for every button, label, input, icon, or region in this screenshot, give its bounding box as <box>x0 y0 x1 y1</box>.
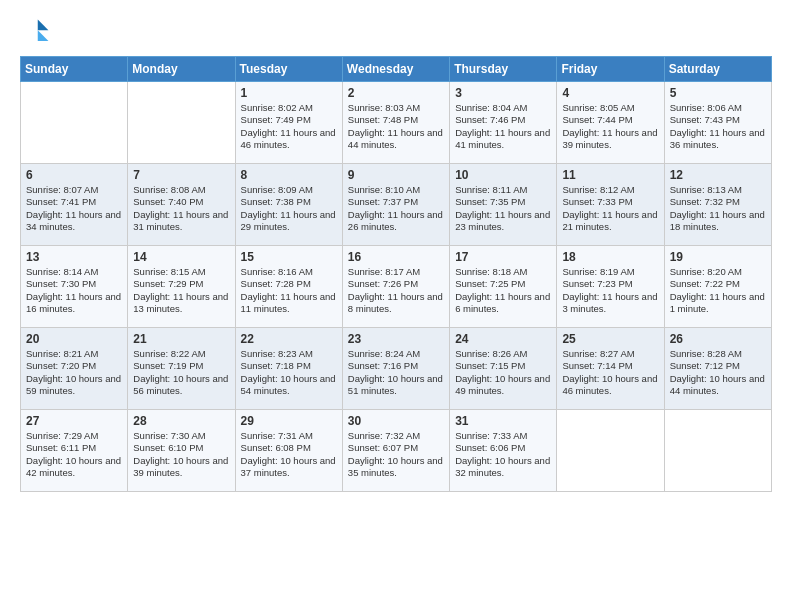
calendar-cell: 16Sunrise: 8:17 AM Sunset: 7:26 PM Dayli… <box>342 246 449 328</box>
cell-text: Sunrise: 8:17 AM Sunset: 7:26 PM Dayligh… <box>348 266 444 315</box>
calendar-cell: 17Sunrise: 8:18 AM Sunset: 7:25 PM Dayli… <box>450 246 557 328</box>
day-number: 2 <box>348 86 444 100</box>
weekday-header-thursday: Thursday <box>450 57 557 82</box>
weekday-header-saturday: Saturday <box>664 57 771 82</box>
day-number: 27 <box>26 414 122 428</box>
week-row-3: 20Sunrise: 8:21 AM Sunset: 7:20 PM Dayli… <box>21 328 772 410</box>
day-number: 7 <box>133 168 229 182</box>
week-row-4: 27Sunrise: 7:29 AM Sunset: 6:11 PM Dayli… <box>21 410 772 492</box>
day-number: 1 <box>241 86 337 100</box>
day-number: 13 <box>26 250 122 264</box>
weekday-row: SundayMondayTuesdayWednesdayThursdayFrid… <box>21 57 772 82</box>
cell-text: Sunrise: 8:04 AM Sunset: 7:46 PM Dayligh… <box>455 102 551 151</box>
calendar-cell: 14Sunrise: 8:15 AM Sunset: 7:29 PM Dayli… <box>128 246 235 328</box>
calendar-cell: 4Sunrise: 8:05 AM Sunset: 7:44 PM Daylig… <box>557 82 664 164</box>
svg-marker-1 <box>38 30 49 41</box>
logo-icon <box>20 16 52 48</box>
calendar-cell: 9Sunrise: 8:10 AM Sunset: 7:37 PM Daylig… <box>342 164 449 246</box>
calendar-body: 1Sunrise: 8:02 AM Sunset: 7:49 PM Daylig… <box>21 82 772 492</box>
day-number: 18 <box>562 250 658 264</box>
cell-text: Sunrise: 7:29 AM Sunset: 6:11 PM Dayligh… <box>26 430 122 479</box>
cell-text: Sunrise: 8:22 AM Sunset: 7:19 PM Dayligh… <box>133 348 229 397</box>
day-number: 12 <box>670 168 766 182</box>
calendar-cell: 25Sunrise: 8:27 AM Sunset: 7:14 PM Dayli… <box>557 328 664 410</box>
day-number: 24 <box>455 332 551 346</box>
svg-marker-0 <box>38 20 49 31</box>
day-number: 25 <box>562 332 658 346</box>
week-row-2: 13Sunrise: 8:14 AM Sunset: 7:30 PM Dayli… <box>21 246 772 328</box>
cell-text: Sunrise: 8:05 AM Sunset: 7:44 PM Dayligh… <box>562 102 658 151</box>
calendar-cell: 20Sunrise: 8:21 AM Sunset: 7:20 PM Dayli… <box>21 328 128 410</box>
day-number: 4 <box>562 86 658 100</box>
calendar-cell: 15Sunrise: 8:16 AM Sunset: 7:28 PM Dayli… <box>235 246 342 328</box>
calendar-header: SundayMondayTuesdayWednesdayThursdayFrid… <box>21 57 772 82</box>
cell-text: Sunrise: 8:21 AM Sunset: 7:20 PM Dayligh… <box>26 348 122 397</box>
calendar-cell: 5Sunrise: 8:06 AM Sunset: 7:43 PM Daylig… <box>664 82 771 164</box>
cell-text: Sunrise: 8:20 AM Sunset: 7:22 PM Dayligh… <box>670 266 766 315</box>
cell-text: Sunrise: 8:06 AM Sunset: 7:43 PM Dayligh… <box>670 102 766 151</box>
day-number: 15 <box>241 250 337 264</box>
day-number: 30 <box>348 414 444 428</box>
calendar-cell <box>664 410 771 492</box>
day-number: 20 <box>26 332 122 346</box>
cell-text: Sunrise: 8:02 AM Sunset: 7:49 PM Dayligh… <box>241 102 337 151</box>
cell-text: Sunrise: 8:19 AM Sunset: 7:23 PM Dayligh… <box>562 266 658 315</box>
cell-text: Sunrise: 8:15 AM Sunset: 7:29 PM Dayligh… <box>133 266 229 315</box>
cell-text: Sunrise: 8:28 AM Sunset: 7:12 PM Dayligh… <box>670 348 766 397</box>
day-number: 28 <box>133 414 229 428</box>
weekday-header-monday: Monday <box>128 57 235 82</box>
weekday-header-tuesday: Tuesday <box>235 57 342 82</box>
cell-text: Sunrise: 8:14 AM Sunset: 7:30 PM Dayligh… <box>26 266 122 315</box>
calendar-cell: 30Sunrise: 7:32 AM Sunset: 6:07 PM Dayli… <box>342 410 449 492</box>
calendar-cell <box>21 82 128 164</box>
day-number: 21 <box>133 332 229 346</box>
cell-text: Sunrise: 8:09 AM Sunset: 7:38 PM Dayligh… <box>241 184 337 233</box>
week-row-1: 6Sunrise: 8:07 AM Sunset: 7:41 PM Daylig… <box>21 164 772 246</box>
calendar-cell: 18Sunrise: 8:19 AM Sunset: 7:23 PM Dayli… <box>557 246 664 328</box>
day-number: 17 <box>455 250 551 264</box>
day-number: 23 <box>348 332 444 346</box>
day-number: 5 <box>670 86 766 100</box>
logo <box>20 16 56 48</box>
calendar-cell: 3Sunrise: 8:04 AM Sunset: 7:46 PM Daylig… <box>450 82 557 164</box>
day-number: 10 <box>455 168 551 182</box>
cell-text: Sunrise: 8:13 AM Sunset: 7:32 PM Dayligh… <box>670 184 766 233</box>
calendar-cell: 22Sunrise: 8:23 AM Sunset: 7:18 PM Dayli… <box>235 328 342 410</box>
calendar-cell <box>557 410 664 492</box>
cell-text: Sunrise: 8:12 AM Sunset: 7:33 PM Dayligh… <box>562 184 658 233</box>
day-number: 8 <box>241 168 337 182</box>
day-number: 26 <box>670 332 766 346</box>
calendar-cell: 23Sunrise: 8:24 AM Sunset: 7:16 PM Dayli… <box>342 328 449 410</box>
calendar-cell: 12Sunrise: 8:13 AM Sunset: 7:32 PM Dayli… <box>664 164 771 246</box>
day-number: 19 <box>670 250 766 264</box>
cell-text: Sunrise: 8:23 AM Sunset: 7:18 PM Dayligh… <box>241 348 337 397</box>
day-number: 9 <box>348 168 444 182</box>
weekday-header-wednesday: Wednesday <box>342 57 449 82</box>
day-number: 16 <box>348 250 444 264</box>
header <box>20 16 772 48</box>
calendar-cell: 10Sunrise: 8:11 AM Sunset: 7:35 PM Dayli… <box>450 164 557 246</box>
day-number: 11 <box>562 168 658 182</box>
cell-text: Sunrise: 7:30 AM Sunset: 6:10 PM Dayligh… <box>133 430 229 479</box>
calendar-cell: 1Sunrise: 8:02 AM Sunset: 7:49 PM Daylig… <box>235 82 342 164</box>
calendar-cell <box>128 82 235 164</box>
cell-text: Sunrise: 8:08 AM Sunset: 7:40 PM Dayligh… <box>133 184 229 233</box>
calendar-cell: 11Sunrise: 8:12 AM Sunset: 7:33 PM Dayli… <box>557 164 664 246</box>
calendar-cell: 21Sunrise: 8:22 AM Sunset: 7:19 PM Dayli… <box>128 328 235 410</box>
calendar-cell: 7Sunrise: 8:08 AM Sunset: 7:40 PM Daylig… <box>128 164 235 246</box>
cell-text: Sunrise: 8:16 AM Sunset: 7:28 PM Dayligh… <box>241 266 337 315</box>
day-number: 29 <box>241 414 337 428</box>
week-row-0: 1Sunrise: 8:02 AM Sunset: 7:49 PM Daylig… <box>21 82 772 164</box>
calendar-cell: 6Sunrise: 8:07 AM Sunset: 7:41 PM Daylig… <box>21 164 128 246</box>
calendar-cell: 2Sunrise: 8:03 AM Sunset: 7:48 PM Daylig… <box>342 82 449 164</box>
weekday-header-friday: Friday <box>557 57 664 82</box>
day-number: 31 <box>455 414 551 428</box>
day-number: 14 <box>133 250 229 264</box>
cell-text: Sunrise: 8:07 AM Sunset: 7:41 PM Dayligh… <box>26 184 122 233</box>
calendar-cell: 29Sunrise: 7:31 AM Sunset: 6:08 PM Dayli… <box>235 410 342 492</box>
page: SundayMondayTuesdayWednesdayThursdayFrid… <box>0 0 792 612</box>
calendar-cell: 19Sunrise: 8:20 AM Sunset: 7:22 PM Dayli… <box>664 246 771 328</box>
calendar-cell: 13Sunrise: 8:14 AM Sunset: 7:30 PM Dayli… <box>21 246 128 328</box>
cell-text: Sunrise: 8:10 AM Sunset: 7:37 PM Dayligh… <box>348 184 444 233</box>
calendar-cell: 24Sunrise: 8:26 AM Sunset: 7:15 PM Dayli… <box>450 328 557 410</box>
